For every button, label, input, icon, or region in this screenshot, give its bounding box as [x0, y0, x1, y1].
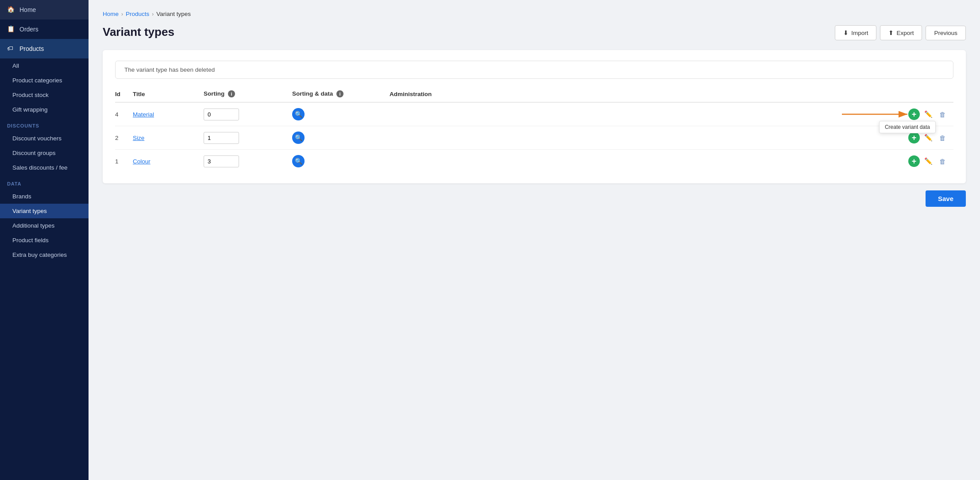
sort-input-4[interactable]: [204, 108, 239, 120]
save-button[interactable]: Save: [926, 190, 966, 207]
tooltip-create-variant: Create variant data: [879, 121, 936, 133]
data-section-label: DATA: [0, 175, 89, 189]
cell-sorting: [204, 102, 292, 126]
sidebar-sub-discount-vouchers[interactable]: Discount vouchers: [0, 131, 89, 146]
header-actions: ⬇ Import ⬆ Export Previous: [835, 25, 966, 40]
delete-btn-1[interactable]: 🗑: [937, 155, 948, 167]
delete-btn-4[interactable]: 🗑: [937, 108, 948, 120]
cell-id: 2: [115, 126, 133, 150]
edit-btn-4[interactable]: ✏️: [922, 108, 934, 120]
col-header-sorting-data: Sorting & data i: [292, 86, 390, 102]
page-header: Variant types ⬇ Import ⬆ Export Previous: [103, 25, 966, 40]
sidebar-sub-discount-groups-label: Discount groups: [12, 150, 56, 156]
import-icon: ⬇: [843, 29, 849, 36]
cell-id: 4: [115, 102, 133, 126]
sidebar-sub-brands[interactable]: Brands: [0, 189, 89, 204]
sort-input-1[interactable]: [204, 155, 239, 167]
create-variant-data-btn-2[interactable]: +: [908, 132, 920, 143]
table-row: 2 Size 🔍 + ✏️ 🗑: [115, 126, 953, 150]
sidebar-sub-all[interactable]: All: [0, 58, 89, 73]
previous-button[interactable]: Previous: [926, 26, 966, 40]
title-link-4[interactable]: Material: [133, 111, 154, 118]
sidebar-sub-extra-buy-categories-label: Extra buy categories: [12, 252, 67, 258]
import-button[interactable]: ⬇ Import: [835, 25, 876, 40]
sidebar-item-products-label: Products: [19, 45, 44, 52]
search-icon-btn-1[interactable]: 🔍: [292, 155, 305, 167]
cell-title: Material: [133, 102, 204, 126]
table-row: 1 Colour 🔍 + ✏️ 🗑: [115, 150, 953, 173]
cell-sorting-data: 🔍: [292, 126, 390, 150]
delete-btn-2[interactable]: 🗑: [937, 132, 948, 143]
sidebar-item-products[interactable]: 🏷 Products: [0, 39, 89, 58]
sidebar-sub-gift-wrapping-label: Gift wrapping: [12, 106, 48, 113]
sidebar-sub-variant-types-label: Variant types: [12, 208, 47, 214]
title-link-2[interactable]: Size: [133, 135, 144, 141]
sidebar-item-orders[interactable]: 📋 Orders: [0, 19, 89, 39]
home-icon: 🏠: [7, 6, 15, 14]
sidebar-sub-product-categories[interactable]: Product categories: [0, 73, 89, 88]
sorting-data-info-icon[interactable]: i: [336, 90, 343, 97]
table-row: 4 Material 🔍 + ✏️: [115, 102, 953, 126]
cell-title: Size: [133, 126, 204, 150]
cell-sorting: [204, 150, 292, 173]
sidebar-sub-sales-discounts-label: Sales discounts / fee: [12, 164, 68, 171]
breadcrumb-current: Variant types: [156, 11, 191, 17]
arrow-decoration: [842, 108, 913, 121]
notification-bar: The variant type has been deleted: [115, 61, 953, 79]
sidebar-sub-product-categories-label: Product categories: [12, 77, 62, 84]
edit-btn-2[interactable]: ✏️: [922, 132, 934, 143]
breadcrumb-sep-1: ›: [121, 11, 123, 17]
variant-types-table: Id Title Sorting i Sorting & data i: [115, 86, 953, 173]
save-row: Save: [103, 190, 966, 207]
cell-admin: + ✏️ 🗑 Create variant data: [390, 102, 953, 126]
search-icon-btn-4[interactable]: 🔍: [292, 108, 305, 120]
notification-message: The variant type has been deleted: [124, 66, 215, 73]
sidebar-sub-extra-buy-categories[interactable]: Extra buy categories: [0, 248, 89, 262]
sidebar-sub-variant-types[interactable]: Variant types: [0, 204, 89, 218]
search-icon-btn-2[interactable]: 🔍: [292, 132, 305, 144]
sidebar-sub-discount-groups[interactable]: Discount groups: [0, 146, 89, 160]
main-card: The variant type has been deleted Id Tit…: [103, 50, 966, 183]
sidebar-sub-brands-label: Brands: [12, 193, 31, 200]
cell-admin: + ✏️ 🗑: [390, 126, 953, 150]
sidebar-sub-gift-wrapping[interactable]: Gift wrapping: [0, 102, 89, 117]
create-variant-data-btn-4[interactable]: +: [908, 108, 920, 120]
sidebar-sub-all-label: All: [12, 62, 19, 69]
breadcrumb-home[interactable]: Home: [103, 11, 119, 17]
export-icon: ⬆: [888, 29, 894, 36]
sidebar-item-home[interactable]: 🏠 Home: [0, 0, 89, 19]
create-variant-data-btn-1[interactable]: +: [908, 155, 920, 167]
col-header-admin: Administration: [390, 86, 953, 102]
title-link-1[interactable]: Colour: [133, 158, 150, 165]
cell-sorting: [204, 126, 292, 150]
edit-btn-1[interactable]: ✏️: [922, 155, 934, 167]
cell-admin: + ✏️ 🗑: [390, 150, 953, 173]
sidebar-sub-additional-types[interactable]: Additional types: [0, 218, 89, 233]
page-title: Variant types: [103, 25, 174, 39]
previous-label: Previous: [934, 30, 957, 36]
export-button[interactable]: ⬆ Export: [880, 25, 922, 40]
import-label: Import: [851, 30, 868, 36]
orders-icon: 📋: [7, 25, 15, 33]
sidebar-sub-sales-discounts[interactable]: Sales discounts / fee: [0, 160, 89, 175]
export-label: Export: [896, 30, 914, 36]
cell-sorting-data: 🔍: [292, 102, 390, 126]
sidebar: 🏠 Home 📋 Orders 🏷 Products All Product c…: [0, 0, 89, 480]
sidebar-sub-additional-types-label: Additional types: [12, 222, 54, 229]
sidebar-sub-product-fields-label: Product fields: [12, 237, 49, 244]
cell-sorting-data: 🔍: [292, 150, 390, 173]
breadcrumb-products[interactable]: Products: [126, 11, 149, 17]
col-header-title: Title: [133, 86, 204, 102]
sidebar-item-home-label: Home: [19, 6, 36, 13]
sidebar-sub-product-fields[interactable]: Product fields: [0, 233, 89, 248]
sort-input-2[interactable]: [204, 132, 239, 144]
col-header-id: Id: [115, 86, 133, 102]
breadcrumb-sep-2: ›: [152, 11, 154, 17]
sidebar-item-orders-label: Orders: [19, 26, 39, 33]
sorting-info-icon[interactable]: i: [228, 90, 235, 97]
col-header-sorting: Sorting i: [204, 86, 292, 102]
products-icon: 🏷: [7, 45, 15, 53]
main-area: Home › Products › Variant types Variant …: [89, 0, 980, 480]
sidebar-sub-product-stock[interactable]: Product stock: [0, 88, 89, 102]
sidebar-sub-product-stock-label: Product stock: [12, 92, 49, 98]
